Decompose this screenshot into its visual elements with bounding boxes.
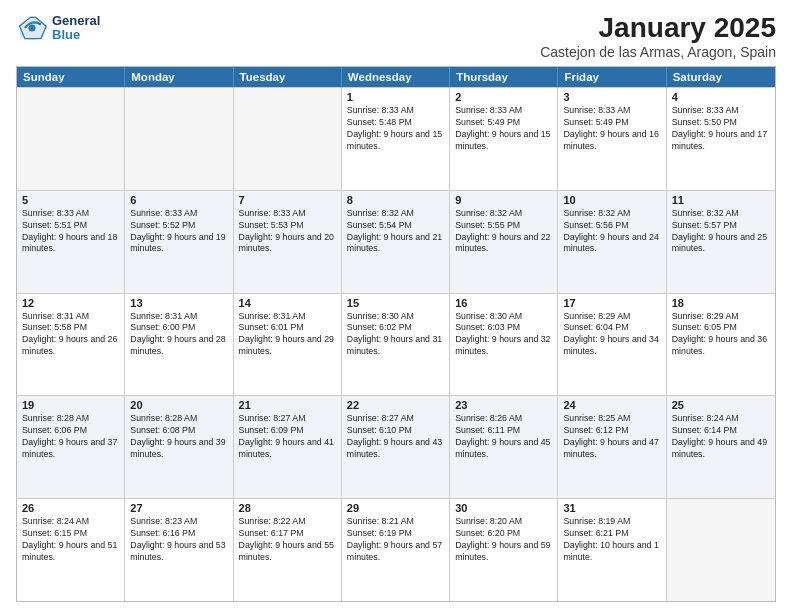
calendar-header: SundayMondayTuesdayWednesdayThursdayFrid… bbox=[17, 67, 775, 87]
day-number: 5 bbox=[22, 194, 119, 206]
day-info: Sunrise: 8:33 AM Sunset: 5:50 PM Dayligh… bbox=[672, 105, 770, 153]
day-info: Sunrise: 8:33 AM Sunset: 5:48 PM Dayligh… bbox=[347, 105, 444, 153]
day-number: 21 bbox=[239, 399, 336, 411]
day-info: Sunrise: 8:24 AM Sunset: 6:14 PM Dayligh… bbox=[672, 413, 770, 461]
day-info: Sunrise: 8:22 AM Sunset: 6:17 PM Dayligh… bbox=[239, 516, 336, 564]
day-info: Sunrise: 8:32 AM Sunset: 5:56 PM Dayligh… bbox=[563, 208, 660, 256]
day-info: Sunrise: 8:24 AM Sunset: 6:15 PM Dayligh… bbox=[22, 516, 119, 564]
day-cell-30: 30Sunrise: 8:20 AM Sunset: 6:20 PM Dayli… bbox=[450, 499, 558, 601]
day-info: Sunrise: 8:28 AM Sunset: 6:06 PM Dayligh… bbox=[22, 413, 119, 461]
logo-icon bbox=[16, 12, 48, 44]
weekday-header-tuesday: Tuesday bbox=[234, 67, 342, 87]
day-cell-6: 6Sunrise: 8:33 AM Sunset: 5:52 PM Daylig… bbox=[125, 191, 233, 293]
day-info: Sunrise: 8:32 AM Sunset: 5:54 PM Dayligh… bbox=[347, 208, 444, 256]
day-cell-4: 4Sunrise: 8:33 AM Sunset: 5:50 PM Daylig… bbox=[667, 88, 775, 190]
day-cell-5: 5Sunrise: 8:33 AM Sunset: 5:51 PM Daylig… bbox=[17, 191, 125, 293]
day-number: 23 bbox=[455, 399, 552, 411]
svg-point-2 bbox=[28, 24, 35, 31]
day-cell-28: 28Sunrise: 8:22 AM Sunset: 6:17 PM Dayli… bbox=[234, 499, 342, 601]
day-cell-14: 14Sunrise: 8:31 AM Sunset: 6:01 PM Dayli… bbox=[234, 294, 342, 396]
day-number: 25 bbox=[672, 399, 770, 411]
day-cell-15: 15Sunrise: 8:30 AM Sunset: 6:02 PM Dayli… bbox=[342, 294, 450, 396]
day-cell-27: 27Sunrise: 8:23 AM Sunset: 6:16 PM Dayli… bbox=[125, 499, 233, 601]
day-info: Sunrise: 8:20 AM Sunset: 6:20 PM Dayligh… bbox=[455, 516, 552, 564]
day-cell-1: 1Sunrise: 8:33 AM Sunset: 5:48 PM Daylig… bbox=[342, 88, 450, 190]
empty-cell bbox=[125, 88, 233, 190]
day-info: Sunrise: 8:27 AM Sunset: 6:10 PM Dayligh… bbox=[347, 413, 444, 461]
day-info: Sunrise: 8:29 AM Sunset: 6:05 PM Dayligh… bbox=[672, 311, 770, 359]
day-number: 16 bbox=[455, 297, 552, 309]
day-info: Sunrise: 8:30 AM Sunset: 6:02 PM Dayligh… bbox=[347, 311, 444, 359]
day-info: Sunrise: 8:19 AM Sunset: 6:21 PM Dayligh… bbox=[563, 516, 660, 564]
day-info: Sunrise: 8:31 AM Sunset: 6:00 PM Dayligh… bbox=[130, 311, 227, 359]
day-cell-2: 2Sunrise: 8:33 AM Sunset: 5:49 PM Daylig… bbox=[450, 88, 558, 190]
day-cell-24: 24Sunrise: 8:25 AM Sunset: 6:12 PM Dayli… bbox=[558, 396, 666, 498]
calendar-week-4: 19Sunrise: 8:28 AM Sunset: 6:06 PM Dayli… bbox=[17, 395, 775, 498]
day-info: Sunrise: 8:32 AM Sunset: 5:55 PM Dayligh… bbox=[455, 208, 552, 256]
day-number: 15 bbox=[347, 297, 444, 309]
day-cell-23: 23Sunrise: 8:26 AM Sunset: 6:11 PM Dayli… bbox=[450, 396, 558, 498]
weekday-header-sunday: Sunday bbox=[17, 67, 125, 87]
day-number: 7 bbox=[239, 194, 336, 206]
calendar-week-5: 26Sunrise: 8:24 AM Sunset: 6:15 PM Dayli… bbox=[17, 498, 775, 601]
day-number: 12 bbox=[22, 297, 119, 309]
day-info: Sunrise: 8:33 AM Sunset: 5:51 PM Dayligh… bbox=[22, 208, 119, 256]
day-number: 27 bbox=[130, 502, 227, 514]
calendar-body: 1Sunrise: 8:33 AM Sunset: 5:48 PM Daylig… bbox=[17, 87, 775, 601]
day-number: 20 bbox=[130, 399, 227, 411]
day-cell-18: 18Sunrise: 8:29 AM Sunset: 6:05 PM Dayli… bbox=[667, 294, 775, 396]
weekday-header-saturday: Saturday bbox=[667, 67, 775, 87]
title-block: January 2025 Castejon de las Armas, Arag… bbox=[540, 12, 776, 60]
day-cell-12: 12Sunrise: 8:31 AM Sunset: 5:58 PM Dayli… bbox=[17, 294, 125, 396]
empty-cell bbox=[234, 88, 342, 190]
day-info: Sunrise: 8:26 AM Sunset: 6:11 PM Dayligh… bbox=[455, 413, 552, 461]
calendar-week-1: 1Sunrise: 8:33 AM Sunset: 5:48 PM Daylig… bbox=[17, 87, 775, 190]
day-cell-26: 26Sunrise: 8:24 AM Sunset: 6:15 PM Dayli… bbox=[17, 499, 125, 601]
day-info: Sunrise: 8:29 AM Sunset: 6:04 PM Dayligh… bbox=[563, 311, 660, 359]
day-info: Sunrise: 8:33 AM Sunset: 5:52 PM Dayligh… bbox=[130, 208, 227, 256]
day-number: 10 bbox=[563, 194, 660, 206]
calendar-week-2: 5Sunrise: 8:33 AM Sunset: 5:51 PM Daylig… bbox=[17, 190, 775, 293]
day-cell-22: 22Sunrise: 8:27 AM Sunset: 6:10 PM Dayli… bbox=[342, 396, 450, 498]
weekday-header-monday: Monday bbox=[125, 67, 233, 87]
month-title: January 2025 bbox=[540, 12, 776, 44]
day-number: 18 bbox=[672, 297, 770, 309]
day-number: 26 bbox=[22, 502, 119, 514]
day-info: Sunrise: 8:33 AM Sunset: 5:49 PM Dayligh… bbox=[455, 105, 552, 153]
day-info: Sunrise: 8:33 AM Sunset: 5:49 PM Dayligh… bbox=[563, 105, 660, 153]
day-info: Sunrise: 8:28 AM Sunset: 6:08 PM Dayligh… bbox=[130, 413, 227, 461]
day-number: 14 bbox=[239, 297, 336, 309]
weekday-header-friday: Friday bbox=[558, 67, 666, 87]
logo-line2: Blue bbox=[52, 28, 100, 42]
day-number: 17 bbox=[563, 297, 660, 309]
day-number: 2 bbox=[455, 91, 552, 103]
day-number: 9 bbox=[455, 194, 552, 206]
logo: General Blue bbox=[16, 12, 100, 44]
empty-cell bbox=[667, 499, 775, 601]
weekday-header-wednesday: Wednesday bbox=[342, 67, 450, 87]
day-cell-11: 11Sunrise: 8:32 AM Sunset: 5:57 PM Dayli… bbox=[667, 191, 775, 293]
day-number: 19 bbox=[22, 399, 119, 411]
day-cell-25: 25Sunrise: 8:24 AM Sunset: 6:14 PM Dayli… bbox=[667, 396, 775, 498]
day-number: 30 bbox=[455, 502, 552, 514]
day-cell-17: 17Sunrise: 8:29 AM Sunset: 6:04 PM Dayli… bbox=[558, 294, 666, 396]
day-number: 8 bbox=[347, 194, 444, 206]
day-info: Sunrise: 8:25 AM Sunset: 6:12 PM Dayligh… bbox=[563, 413, 660, 461]
day-number: 28 bbox=[239, 502, 336, 514]
page: General Blue January 2025 Castejon de la… bbox=[0, 0, 792, 612]
day-cell-31: 31Sunrise: 8:19 AM Sunset: 6:21 PM Dayli… bbox=[558, 499, 666, 601]
logo-text: General Blue bbox=[52, 14, 100, 43]
day-cell-9: 9Sunrise: 8:32 AM Sunset: 5:55 PM Daylig… bbox=[450, 191, 558, 293]
day-info: Sunrise: 8:27 AM Sunset: 6:09 PM Dayligh… bbox=[239, 413, 336, 461]
day-number: 6 bbox=[130, 194, 227, 206]
day-cell-10: 10Sunrise: 8:32 AM Sunset: 5:56 PM Dayli… bbox=[558, 191, 666, 293]
day-number: 1 bbox=[347, 91, 444, 103]
day-number: 22 bbox=[347, 399, 444, 411]
day-cell-16: 16Sunrise: 8:30 AM Sunset: 6:03 PM Dayli… bbox=[450, 294, 558, 396]
day-info: Sunrise: 8:33 AM Sunset: 5:53 PM Dayligh… bbox=[239, 208, 336, 256]
day-cell-13: 13Sunrise: 8:31 AM Sunset: 6:00 PM Dayli… bbox=[125, 294, 233, 396]
day-info: Sunrise: 8:31 AM Sunset: 5:58 PM Dayligh… bbox=[22, 311, 119, 359]
day-info: Sunrise: 8:32 AM Sunset: 5:57 PM Dayligh… bbox=[672, 208, 770, 256]
day-cell-7: 7Sunrise: 8:33 AM Sunset: 5:53 PM Daylig… bbox=[234, 191, 342, 293]
calendar: SundayMondayTuesdayWednesdayThursdayFrid… bbox=[16, 66, 776, 602]
